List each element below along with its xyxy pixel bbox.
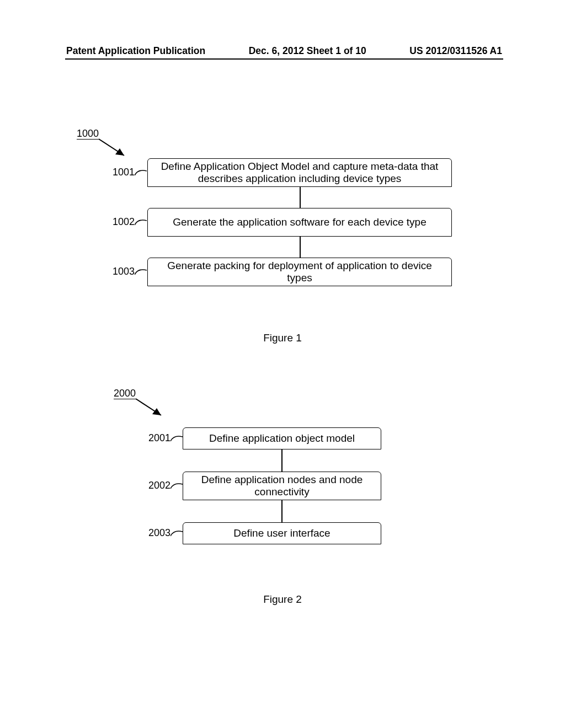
figure2-box-2002-text: Define application nodes and node connec… bbox=[189, 474, 375, 499]
figure1-leader-1001-icon bbox=[135, 167, 149, 179]
figure2-ref-2001: 2001 bbox=[148, 432, 170, 444]
header-left: Patent Application Publication bbox=[66, 45, 205, 57]
figure2-box-2003-text: Define user interface bbox=[233, 527, 330, 539]
figure1-arrow-icon bbox=[97, 132, 141, 165]
figure1-box-1003-text: Generate packing for deployment of appli… bbox=[153, 260, 446, 285]
figure2-leader-2002-icon bbox=[170, 480, 185, 492]
figure1-box-1002-text: Generate the application software for ea… bbox=[173, 216, 426, 228]
figure2-ref-2002: 2002 bbox=[148, 480, 170, 491]
figure1-ref-1001: 1001 bbox=[113, 167, 135, 178]
figure2-box-2002: Define application nodes and node connec… bbox=[183, 472, 381, 500]
figure1-connector-1 bbox=[300, 187, 301, 208]
page: Patent Application Publication Dec. 6, 2… bbox=[0, 0, 565, 728]
figure1-ref-1003: 1003 bbox=[113, 266, 135, 277]
figure1-box-1001-text: Define Application Object Model and capt… bbox=[153, 160, 446, 185]
figure2-box-2001: Define application object model bbox=[183, 427, 381, 449]
figure1-ref-1002: 1002 bbox=[113, 216, 135, 228]
svg-marker-1 bbox=[115, 148, 124, 156]
figure2-connector-1 bbox=[281, 449, 282, 472]
header-right: US 2012/0311526 A1 bbox=[409, 45, 502, 57]
figure2-leader-2001-icon bbox=[170, 432, 185, 445]
figure1-box-1002: Generate the application software for ea… bbox=[147, 208, 452, 237]
figure1-leader-1002-icon bbox=[135, 216, 149, 228]
figure2-caption: Figure 2 bbox=[0, 593, 565, 606]
figure2-box-2001-text: Define application object model bbox=[209, 432, 355, 445]
header-center: Dec. 6, 2012 Sheet 1 of 10 bbox=[249, 45, 366, 57]
header-rule bbox=[65, 58, 503, 60]
figure2-box-2003: Define user interface bbox=[183, 522, 381, 544]
figure2-arrow-icon bbox=[134, 392, 178, 425]
figure2-ref-2003: 2003 bbox=[148, 527, 170, 539]
figure1-leader-1003-icon bbox=[135, 266, 149, 278]
figure2-ref-2000: 2000 bbox=[114, 388, 136, 399]
figure2-leader-2003-icon bbox=[170, 527, 185, 539]
figure2-connector-2 bbox=[281, 500, 282, 522]
page-header: Patent Application Publication Dec. 6, 2… bbox=[66, 45, 502, 57]
svg-marker-3 bbox=[152, 408, 161, 415]
figure1-box-1001: Define Application Object Model and capt… bbox=[147, 158, 452, 187]
figure1-ref-1000: 1000 bbox=[77, 128, 99, 140]
figure1-caption: Figure 1 bbox=[0, 332, 565, 344]
figure1-connector-2 bbox=[300, 237, 301, 258]
figure1-box-1003: Generate packing for deployment of appli… bbox=[147, 258, 452, 286]
